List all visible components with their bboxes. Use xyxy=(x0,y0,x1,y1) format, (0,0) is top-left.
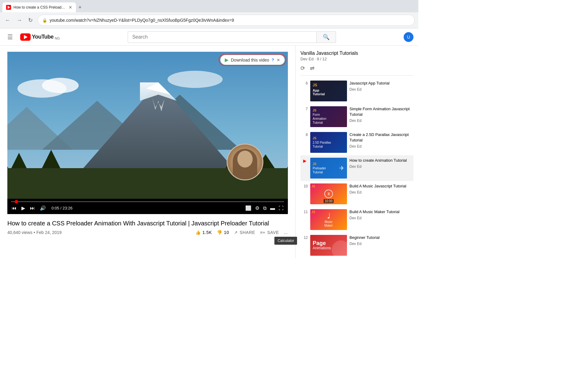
playlist-item[interactable]: 7 JS FormAnimationTutorial Simple Form A… xyxy=(300,104,413,130)
playlist-item-info: Create a 2.5D Parallax Javascript Tutori… xyxy=(349,132,412,149)
more-wrapper: ... Calculator xyxy=(284,230,288,235)
view-count: 40,640 views xyxy=(7,230,32,235)
playlist-title: Vanilla Javascript Tutorials xyxy=(300,51,413,56)
playlist-item[interactable]: 8 JS 2.5D ParallaxTutorial Create a 2.5D… xyxy=(300,130,413,155)
controls-right: ⬜ ⚙ ⧉ ▬ ⛶ xyxy=(245,205,284,212)
user-avatar[interactable]: U xyxy=(404,32,413,42)
calculator-tooltip: Calculator xyxy=(274,237,297,245)
svg-point-2 xyxy=(42,78,79,93)
progress-dot xyxy=(15,200,18,203)
download-banner: ▶ Download this video ? ✕ xyxy=(220,55,285,65)
address-bar: ← → ↻ 🔒 youtube.com/watch?v=NZNhuzyeD-Y&… xyxy=(0,12,418,28)
playlist-item[interactable]: 11 JS ♩ MusicMaker Build A Music Maker T… xyxy=(300,207,413,232)
like-button[interactable]: 👍 1.5K xyxy=(195,230,212,235)
time-current: 0:05 xyxy=(51,206,59,210)
dislike-button[interactable]: 👎 10 xyxy=(217,230,229,235)
settings-button[interactable]: ⚙ xyxy=(254,205,260,212)
theater-button[interactable]: ▬ xyxy=(270,205,276,212)
playlist-thumbnail: JS 2.5D ParallaxTutorial xyxy=(310,132,347,153)
sidebar-header: Vanilla Javascript Tutorials Dev Ed · 9 … xyxy=(300,51,413,61)
playlist-thumbnail: JS PreloaderTutorial ✈ xyxy=(310,158,347,179)
meta-separator: • xyxy=(34,230,35,235)
thumbnail-bg: JS AppTutorial xyxy=(310,81,347,101)
playlist-item-info: Build A Music Maker Tutorial Dev Ed xyxy=(349,209,412,220)
back-button[interactable]: ← xyxy=(4,16,12,25)
playlist-item-active[interactable]: ▶ JS PreloaderTutorial ✈ How to create A… xyxy=(300,155,413,181)
tab-close-button[interactable]: ✕ xyxy=(69,5,72,10)
controls-row: ⏮ ▶ ⏭ 🔊 0:05 / 23:26 ⬜ ⚙ ⧉ ▬ ⛶ xyxy=(11,205,284,212)
playlist-item-info: Beginner Tutorial Dev Ed xyxy=(349,235,412,246)
thumbnail-bg: JS FormAnimationTutorial xyxy=(310,106,347,127)
playlist-thumbnail: JS AppTutorial xyxy=(310,81,347,101)
download-text: Download this video xyxy=(231,58,269,62)
miniplayer-button[interactable]: ⧉ xyxy=(262,205,267,212)
captions-button[interactable]: ⬜ xyxy=(245,205,252,212)
share-icon: ↗ xyxy=(234,230,238,235)
playlist-item-channel: Dev Ed xyxy=(349,164,412,169)
playlist-sub: Dev Ed · 9 / 12 xyxy=(300,57,413,61)
playlist-item-channel: Dev Ed xyxy=(349,119,412,123)
playlist-item-title: Build A Music Javascript Tutorial xyxy=(349,183,412,189)
download-close-button[interactable]: ✕ xyxy=(277,58,280,62)
youtube-logo-text: YouTube xyxy=(32,34,54,40)
playlist-thumbnail: JS ⏸ 10:00 xyxy=(310,183,347,204)
video-controls: ⏮ ▶ ⏭ 🔊 0:05 / 23:26 ⬜ ⚙ ⧉ ▬ ⛶ xyxy=(7,199,288,214)
new-tab-button[interactable]: + xyxy=(76,4,84,11)
playlist-shuffle-button[interactable]: ⇌ xyxy=(310,65,315,72)
playlist-loop-button[interactable]: ⟳ xyxy=(300,65,305,72)
more-button[interactable]: ... xyxy=(284,230,288,235)
like-icon: 👍 xyxy=(195,230,201,235)
playlist-item-title: Build A Music Maker Tutorial xyxy=(349,209,412,215)
share-wrapper: ↗ SHARE xyxy=(234,230,255,235)
youtube-logo[interactable]: YouTube NG xyxy=(20,33,60,41)
sidebar-divider xyxy=(300,75,413,76)
save-icon: ≡+ xyxy=(260,230,265,235)
youtube-logo-icon xyxy=(20,33,31,41)
playlist-item-channel: Dev Ed xyxy=(349,216,412,220)
volume-button[interactable]: 🔊 xyxy=(39,205,47,212)
video-screen[interactable]: ▶ Download this video ? ✕ W 🌐 🦊 ⬇ e 👻 ⬡ … xyxy=(7,52,288,199)
play-button[interactable]: ▶ xyxy=(21,205,26,212)
url-bar[interactable]: 🔒 youtube.com/watch?v=NZNhuzyeD-Y&list=P… xyxy=(38,15,415,26)
skip-forward-button[interactable]: ⏭ xyxy=(29,205,36,212)
save-button[interactable]: ≡+ SAVE xyxy=(260,230,279,235)
progress-bar[interactable] xyxy=(11,201,284,202)
playlist-num: 10 xyxy=(302,184,308,188)
thumbnail-bg: Page Animations xyxy=(310,235,347,256)
playlist-item-info: How to create Animation Tutorial Dev Ed xyxy=(349,158,412,169)
playlist-item-channel: Dev Ed xyxy=(349,87,412,92)
search-input[interactable] xyxy=(128,31,316,43)
active-tab[interactable]: How to create a CSS Preloader A ✕ xyxy=(2,2,76,12)
forward-button[interactable]: → xyxy=(15,16,23,25)
playlist-item-channel: Dev Ed xyxy=(349,190,412,194)
playlist-thumbnail: Page Animations xyxy=(310,235,347,256)
video-section: ▶ Download this video ? ✕ W 🌐 🦊 ⬇ e 👻 ⬡ … xyxy=(0,46,295,258)
playlist-item-title: Create a 2.5D Parallax Javascript Tutori… xyxy=(349,132,412,143)
playlist-item[interactable]: 12 Page Animations Beginner Tutorial Dev… xyxy=(300,232,413,258)
playlist-item-title: Beginner Tutorial xyxy=(349,235,412,240)
skip-back-button[interactable]: ⏮ xyxy=(11,205,17,212)
thumbnail-bg: JS ⏸ 10:00 xyxy=(310,183,347,204)
share-button[interactable]: ↗ SHARE xyxy=(234,230,255,235)
refresh-button[interactable]: ↻ xyxy=(27,16,34,25)
video-player: ▶ Download this video ? ✕ W 🌐 🦊 ⬇ e 👻 ⬡ … xyxy=(7,52,288,214)
search-button[interactable]: 🔍 xyxy=(316,31,336,43)
menu-button[interactable]: ☰ xyxy=(5,31,15,43)
sidebar-controls: ⟳ ⇌ xyxy=(300,65,413,72)
tab-favicon xyxy=(6,5,11,10)
download-question[interactable]: ? xyxy=(272,58,274,62)
playlist-num: 11 xyxy=(302,210,308,214)
playlist-item[interactable]: 10 JS ⏸ 10:00 Build A Music Javascript T… xyxy=(300,181,413,207)
playlist-item[interactable]: 6 JS AppTutorial Javascript App Tutorial… xyxy=(300,78,413,104)
search-bar: 🔍 xyxy=(128,31,336,43)
fullscreen-button[interactable]: ⛶ xyxy=(278,205,284,212)
tab-bar: How to create a CSS Preloader A ✕ + xyxy=(0,0,418,12)
save-label: SAVE xyxy=(267,230,279,235)
svg-point-3 xyxy=(168,71,223,88)
playlist-item-title: How to create Animation Tutorial xyxy=(349,158,412,163)
youtube-logo-country: NG xyxy=(55,36,60,40)
video-actions: 👍 1.5K 👎 10 ↗ SHARE ≡+ xyxy=(195,230,288,235)
time-display: 0:05 / 23:26 xyxy=(51,206,73,210)
search-wrapper: 🔍 xyxy=(65,31,399,43)
video-meta: 40,640 views • Feb 24, 2019 xyxy=(7,230,62,235)
